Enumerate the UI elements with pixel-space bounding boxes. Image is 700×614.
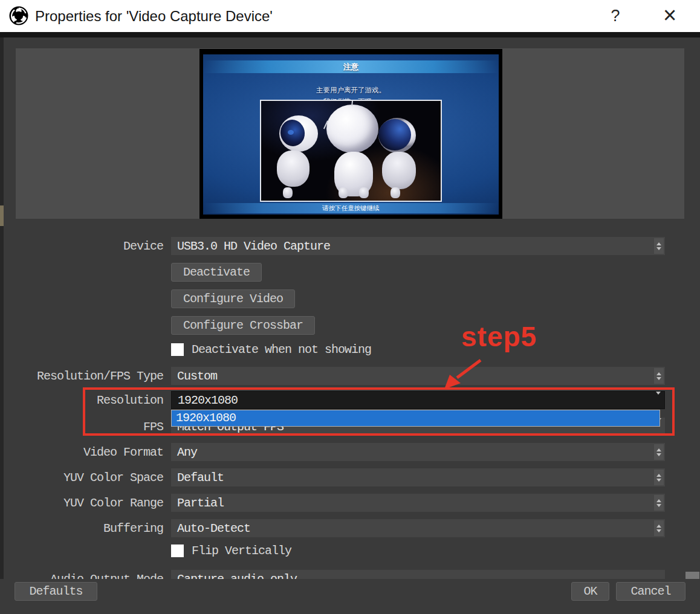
yuv-color-space-row: YUV Color Space Default <box>0 468 700 486</box>
deactivate-button[interactable]: Deactivate <box>171 263 262 282</box>
device-row: Device USB3.0 HD Video Capture <box>0 237 700 255</box>
close-icon[interactable]: × <box>653 0 687 32</box>
flip-vertically-label: Flip Vertically <box>192 544 291 558</box>
yuv-color-space-select[interactable]: Default <box>171 468 665 486</box>
resolution-fps-type-select[interactable]: Custom <box>171 367 665 385</box>
robot-center-head <box>326 105 378 153</box>
robot-left-head <box>279 115 318 152</box>
cancel-button[interactable]: Cancel <box>616 582 685 601</box>
spinner-icon[interactable] <box>654 238 664 254</box>
help-button[interactable]: ? <box>602 0 629 32</box>
preview-panel: 注意 主要用户离开了游戏。 我们倒带一下吧。 <box>16 48 684 219</box>
video-preview: 注意 主要用户离开了游戏。 我们倒带一下吧。 <box>199 49 502 219</box>
video-format-row: Video Format Any <box>0 443 700 461</box>
annotation-step-label: step5 <box>461 320 537 353</box>
obs-logo-icon <box>9 6 28 25</box>
chevron-down-icon[interactable] <box>656 395 661 406</box>
resolution-combobox[interactable]: 1920x1080 <box>171 391 665 409</box>
resolution-dropdown-list: 1920x1080 <box>171 410 660 427</box>
video-bluescreen: 注意 主要用户离开了游戏。 我们倒带一下吧。 <box>203 54 499 215</box>
robot-left-body <box>277 150 309 187</box>
spinner-icon[interactable] <box>654 495 664 511</box>
notice-banner: 注意 <box>203 60 499 73</box>
configure-crossbar-button[interactable]: Configure Crossbar <box>171 316 315 335</box>
footer-bar: Defaults OK Cancel <box>0 579 700 614</box>
press-any-key-text: 请按下任意按键继续 <box>203 203 499 213</box>
ok-button[interactable]: OK <box>571 582 609 601</box>
background-window-artifact <box>0 205 4 226</box>
spinner-icon[interactable] <box>654 470 664 485</box>
deactivate-when-not-showing-checkbox[interactable] <box>171 343 184 356</box>
resolution-row: Resolution 1920x1080 <box>0 391 700 409</box>
scrollbar-down-button[interactable] <box>685 572 699 579</box>
device-select-value: USB3.0 HD Video Capture <box>177 239 330 253</box>
buffering-select[interactable]: Auto-Detect <box>171 519 665 537</box>
buffering-row: Buffering Auto-Detect <box>0 519 700 537</box>
robot-right-head <box>378 118 416 153</box>
buffering-label: Buffering <box>0 522 163 535</box>
resolution-dropdown-option[interactable]: 1920x1080 <box>172 410 659 426</box>
robot-scene <box>260 100 442 202</box>
spinner-icon[interactable] <box>654 368 664 384</box>
dialog-title: Properties for 'Video Capture Device' <box>35 0 273 32</box>
yuv-color-range-label: YUV Color Range <box>0 496 163 510</box>
resolution-label: Resolution <box>0 393 163 407</box>
yuv-color-space-label: YUV Color Space <box>0 471 163 485</box>
fps-label: FPS <box>0 420 163 434</box>
device-select[interactable]: USB3.0 HD Video Capture <box>171 237 665 255</box>
spinner-icon[interactable] <box>654 444 664 460</box>
device-label: Device <box>0 239 163 253</box>
defaults-button[interactable]: Defaults <box>15 582 97 601</box>
robot-right-body <box>382 152 416 189</box>
video-format-select[interactable]: Any <box>171 443 665 461</box>
resolution-fps-type-row: Resolution/FPS Type Custom <box>0 367 700 385</box>
resolution-fps-type-label: Resolution/FPS Type <box>0 369 163 383</box>
properties-dialog: Properties for 'Video Capture Device' ? … <box>0 0 700 614</box>
yuv-color-range-select[interactable]: Partial <box>171 494 665 512</box>
spinner-icon[interactable] <box>654 520 664 536</box>
configure-video-button[interactable]: Configure Video <box>171 289 295 308</box>
titlebar: Properties for 'Video Capture Device' ? … <box>0 0 700 37</box>
flip-vertically-checkbox[interactable] <box>171 545 184 557</box>
yuv-color-range-row: YUV Color Range Partial <box>0 494 700 512</box>
video-format-label: Video Format <box>0 445 163 459</box>
deactivate-when-not-showing-label: Deactivate when not showing <box>192 343 371 357</box>
resolution-value: 1920x1080 <box>178 393 238 407</box>
notice-message-line1: 主要用户离开了游戏。 <box>203 86 499 95</box>
